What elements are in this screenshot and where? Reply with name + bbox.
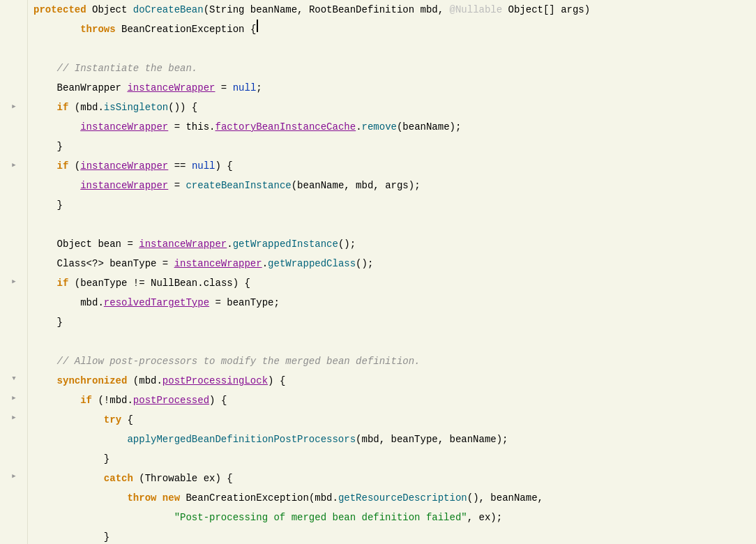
token: class xyxy=(204,273,233,293)
gutter-line-23 xyxy=(0,428,28,447)
code-line-26: throw new BeanCreationException(mbd.getR… xyxy=(33,488,756,508)
code-line-22: try { xyxy=(33,410,756,430)
code-line-9: if (instanceWrapper == null) { xyxy=(33,156,756,176)
token: ) { xyxy=(209,391,227,410)
token: postProcessed xyxy=(133,391,209,410)
code-line-28: } xyxy=(33,527,756,544)
token: ; xyxy=(256,78,262,98)
gutter-line-4 xyxy=(0,58,28,77)
code-line-4: // Instantiate the bean. xyxy=(33,59,756,78)
gutter-line-12 xyxy=(0,213,28,233)
token: (Throwable ex) { xyxy=(139,469,232,488)
code-line-19: // Allow post-processors to modify the m… xyxy=(33,352,756,371)
token xyxy=(33,156,57,176)
token xyxy=(33,488,127,508)
token: ) { xyxy=(215,156,232,176)
gutter-line-22 xyxy=(0,408,28,428)
token: getResourceDescription xyxy=(338,488,467,508)
token xyxy=(33,273,57,293)
code-line-20: synchronized (mbd.postProcessingLock) { xyxy=(33,371,756,391)
token: resolvedTargetType xyxy=(104,293,209,312)
code-line-23: applyMergedBeanDefinitionPostProcessors(… xyxy=(33,430,756,449)
gutter-line-24 xyxy=(0,447,28,467)
token: = xyxy=(215,78,232,98)
code-line-5: BeanWrapper instanceWrapper = null; xyxy=(33,78,756,98)
token xyxy=(33,234,57,254)
token: @Nullable xyxy=(450,0,503,20)
code-line-15: if (beanType != NullBean.class) { xyxy=(33,273,756,293)
gutter-line-28 xyxy=(0,524,28,544)
token xyxy=(33,371,57,391)
code-line-12 xyxy=(33,215,756,234)
token: getWrappedClass xyxy=(268,254,356,273)
code-line-18 xyxy=(33,332,756,352)
token: throw xyxy=(127,488,162,508)
token: Object[] args) xyxy=(502,0,590,20)
code-line-24: } xyxy=(33,449,756,469)
gutter-line-27 xyxy=(0,505,28,524)
token: == xyxy=(168,156,192,176)
gutter-line-1 xyxy=(0,0,28,20)
token: . xyxy=(262,254,268,273)
code-line-6: if (mbd.isSingleton()) { xyxy=(33,98,756,117)
token: if xyxy=(57,98,75,117)
code-line-17: } xyxy=(33,312,756,332)
token xyxy=(33,78,57,98)
token: String beanName, RootBeanDefinition mbd, xyxy=(209,0,449,20)
gutter-line-19 xyxy=(0,349,28,369)
gutter-line-14 xyxy=(0,252,28,272)
gutter-line-8 xyxy=(0,136,28,156)
token: getWrappedInstance xyxy=(233,234,338,254)
token: // Instantiate the bean. xyxy=(57,59,198,78)
token: (beanType != NullBean. xyxy=(75,273,204,293)
token: ) { xyxy=(233,273,250,293)
token: } xyxy=(33,195,63,215)
token xyxy=(33,430,127,449)
token: // Allow post-processors to modify the m… xyxy=(57,352,421,371)
token: "Post-processing of merged bean definiti… xyxy=(174,508,467,527)
token: (); xyxy=(338,234,356,254)
token: (), beanName, xyxy=(467,488,543,508)
token: null xyxy=(233,78,257,98)
token: synchronized xyxy=(57,371,133,391)
token: try xyxy=(104,410,128,430)
token: if xyxy=(57,273,75,293)
token: factoryBeanInstanceCache xyxy=(215,117,356,137)
token: catch xyxy=(104,469,139,488)
token: (mbd. xyxy=(75,98,104,117)
gutter-line-25 xyxy=(0,467,28,486)
gutter-line-10 xyxy=(0,175,28,195)
token: = xyxy=(168,117,186,137)
code-line-3 xyxy=(33,39,756,59)
gutter-line-2 xyxy=(0,20,28,39)
gutter-line-5 xyxy=(0,77,28,97)
token: applyMergedBeanDefinitionPostProcessors xyxy=(127,430,356,449)
token: { xyxy=(127,410,133,430)
code-line-27: "Post-processing of merged bean definiti… xyxy=(33,508,756,527)
token: Object bean = xyxy=(57,234,139,254)
gutter-line-15 xyxy=(0,272,28,292)
gutter-line-16 xyxy=(0,292,28,311)
token: } xyxy=(33,527,109,544)
token: ( xyxy=(75,156,80,176)
token: instanceWrapper xyxy=(80,117,168,137)
token: { xyxy=(250,20,256,39)
token: instanceWrapper xyxy=(139,234,227,254)
token: (beanName, mbd, args); xyxy=(292,176,421,195)
token: if xyxy=(80,391,98,410)
code-area[interactable]: protected Object doCreateBean(String bea… xyxy=(28,0,756,544)
token: mbd. xyxy=(80,293,104,312)
token xyxy=(33,98,57,117)
token: instanceWrapper xyxy=(80,156,168,176)
token xyxy=(33,117,80,137)
token: = beanType; xyxy=(209,293,280,312)
token xyxy=(33,59,57,78)
token: ()) { xyxy=(168,98,197,117)
token: (); xyxy=(356,254,373,273)
token: remove xyxy=(362,117,397,137)
token: instanceWrapper xyxy=(80,176,168,195)
token: protected xyxy=(33,0,92,20)
token: null xyxy=(192,156,216,176)
code-line-14: Class<?> beanType = instanceWrapper.getW… xyxy=(33,254,756,273)
token xyxy=(33,410,104,430)
